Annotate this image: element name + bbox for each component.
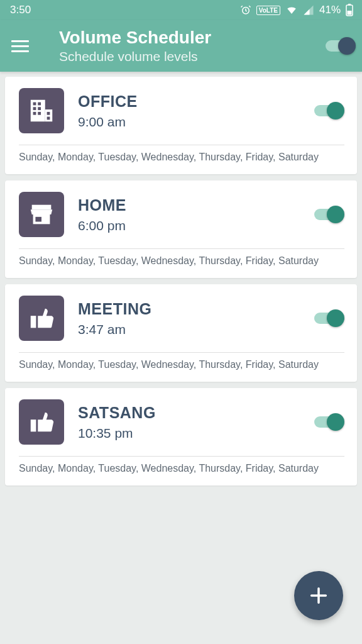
app-subtitle: Schedule volume levels xyxy=(59,49,326,64)
battery-icon xyxy=(346,4,353,16)
app-bar-titles: Volume Scheduler Schedule volume levels xyxy=(59,28,326,64)
status-time: 3:50 xyxy=(10,4,31,16)
status-bar: 3:50 VoLTE 41% xyxy=(0,0,362,20)
app-bar: Volume Scheduler Schedule volume levels xyxy=(0,20,362,72)
schedule-days: Sunday, Monday, Tuesday, Wednesday, Thur… xyxy=(19,359,344,370)
menu-button[interactable] xyxy=(11,40,33,52)
schedule-toggle[interactable] xyxy=(314,416,342,428)
app-title: Volume Scheduler xyxy=(59,28,326,48)
master-toggle[interactable] xyxy=(326,40,353,52)
schedule-toggle[interactable] xyxy=(314,105,342,116)
schedule-time: 6:00 pm xyxy=(78,218,300,233)
status-right: VoLTE 41% xyxy=(240,4,353,16)
svg-rect-13 xyxy=(47,117,50,120)
schedule-time: 10:35 pm xyxy=(78,426,300,441)
schedule-toggle[interactable] xyxy=(314,313,342,324)
svg-rect-8 xyxy=(33,107,36,110)
add-schedule-button[interactable] xyxy=(294,571,343,620)
schedule-days: Sunday, Monday, Tuesday, Wednesday, Thur… xyxy=(19,152,344,163)
thumb-icon xyxy=(19,399,64,445)
svg-rect-2 xyxy=(348,4,351,6)
wifi-icon xyxy=(285,4,298,16)
signal-icon xyxy=(303,4,314,16)
svg-rect-11 xyxy=(38,112,41,115)
schedule-days: Sunday, Monday, Tuesday, Wednesday, Thur… xyxy=(19,255,344,267)
svg-rect-18 xyxy=(31,419,36,431)
schedule-card[interactable]: SATSANG 10:35 pm Sunday, Monday, Tuesday… xyxy=(5,388,357,486)
svg-rect-7 xyxy=(38,103,41,106)
battery-percent: 41% xyxy=(319,4,341,16)
thumb-icon xyxy=(19,296,64,341)
store-icon xyxy=(19,192,64,237)
volte-icon: VoLTE xyxy=(256,6,280,15)
schedule-title: HOME xyxy=(78,196,300,214)
svg-rect-14 xyxy=(32,205,52,210)
svg-rect-3 xyxy=(348,11,352,15)
schedule-title: MEETING xyxy=(78,300,300,318)
building-icon xyxy=(19,88,64,133)
svg-rect-17 xyxy=(31,316,36,328)
schedule-time: 9:00 am xyxy=(78,114,300,130)
schedule-title: OFFICE xyxy=(78,92,300,111)
schedule-card[interactable]: OFFICE 9:00 am Sunday, Monday, Tuesday, … xyxy=(5,77,357,174)
schedule-time: 3:47 am xyxy=(78,322,300,337)
schedule-card[interactable]: MEETING 3:47 am Sunday, Monday, Tuesday,… xyxy=(5,284,357,382)
svg-rect-12 xyxy=(47,112,50,115)
svg-rect-16 xyxy=(35,217,41,222)
svg-rect-10 xyxy=(33,112,36,115)
schedule-card[interactable]: HOME 6:00 pm Sunday, Monday, Tuesday, We… xyxy=(5,180,357,278)
schedule-title: SATSANG xyxy=(78,404,300,422)
schedule-days: Sunday, Monday, Tuesday, Wednesday, Thur… xyxy=(19,463,344,474)
schedule-list: OFFICE 9:00 am Sunday, Monday, Tuesday, … xyxy=(0,72,362,491)
schedule-toggle[interactable] xyxy=(314,209,342,220)
svg-rect-9 xyxy=(38,107,41,110)
svg-rect-6 xyxy=(33,103,36,106)
alarm-icon xyxy=(240,4,251,16)
